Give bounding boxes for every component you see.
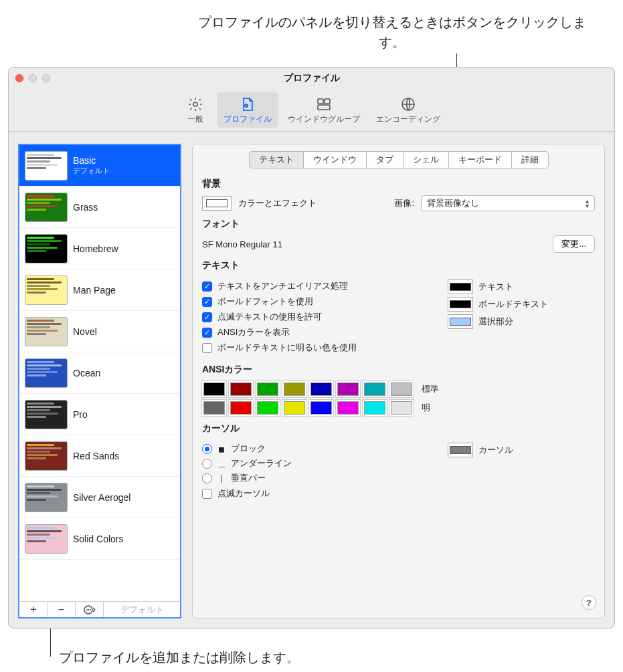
ansi-color-well[interactable] [229,400,253,416]
tab-4[interactable]: キーボード [448,151,511,169]
profile-row[interactable]: Red Sands [19,435,180,477]
tab-3[interactable]: シェル [403,151,448,169]
toolbar-item-profile[interactable]: プロファイル [217,92,278,128]
set-default-button[interactable]: デフォルト [104,602,180,617]
profile-row[interactable]: Grass [19,187,180,228]
section-font-title: フォント [202,218,595,230]
more-icon [84,604,96,616]
toolbar-item-label: プロファイル [224,114,272,125]
toolbar: 一般プロファイルウインドウグループエンコーディング [9,89,614,132]
bold-color-well[interactable] [448,297,473,312]
ansi-color-well[interactable] [202,400,226,416]
section-cursor-title: カーソル [202,423,595,435]
text-check-row: ✓点滅テキストの使用を許可 [202,311,428,323]
help-button[interactable]: ? [582,595,596,610]
tab-5[interactable]: 詳細 [511,151,549,169]
profile-list[interactable]: BasicデフォルトGrassHomebrewMan PageNovelOcea… [18,144,181,601]
profile-row[interactable]: Homebrew [19,228,180,269]
profile-subtitle: デフォルト [73,166,110,176]
ansi-color-well[interactable] [282,381,306,397]
background-image-popup[interactable]: 背景画像なし ▴▾ [421,195,595,211]
radio[interactable] [202,473,212,483]
text-color-well[interactable] [448,279,473,294]
radio-label: 垂直バー [231,472,266,484]
checkbox[interactable]: ✓ [202,282,212,292]
profile-row[interactable]: Man Page [19,269,180,311]
ansi-color-well[interactable] [282,400,306,416]
radio[interactable] [202,459,212,469]
profile-thumbnail [25,400,68,429]
profile-name: Solid Colors [73,534,123,544]
ansi-color-well[interactable] [336,400,360,416]
ansi-color-well[interactable] [309,381,333,397]
checkbox[interactable]: ✓ [202,297,212,307]
cursor-glyph: ｜ [217,472,226,484]
ansi-color-well[interactable] [229,381,253,397]
profile-row[interactable]: Novel [19,311,180,352]
cursor-blink-row: 点滅カーソル [202,487,428,499]
profile-row[interactable]: Solid Colors [19,518,180,560]
ansi-color-well[interactable] [256,400,280,416]
text-check-row: ボールドテキストに明るい色を使用 [202,342,428,354]
checkbox-label: 点滅カーソル [217,487,270,499]
add-profile-button[interactable]: ＋ [19,602,48,617]
toolbar-item-gear[interactable]: 一般 [177,92,214,128]
background-color-well[interactable] [202,196,232,211]
checkbox-label: ボールドフォントを使用 [217,296,313,308]
cursor-radio-row: ＿アンダーライン [202,457,428,469]
text-color-label: テキスト [478,281,513,293]
checkbox-label: ANSIカラーを表示 [217,326,290,338]
cursor-color-well[interactable] [448,443,473,457]
profile-row[interactable]: Basicデフォルト [19,145,180,187]
svg-point-8 [88,609,89,610]
tab-2[interactable]: タブ [366,151,403,169]
tab-0[interactable]: テキスト [249,151,303,169]
checkbox-label: 点滅テキストの使用を許可 [217,311,322,323]
toolbar-item-wingroup[interactable]: ウインドウグループ [281,92,367,128]
section-background-title: 背景 [202,178,595,190]
radio-label: アンダーライン [231,457,292,469]
ansi-row-label: 明 [422,402,430,414]
ansi-color-well[interactable] [309,400,333,416]
profile-row[interactable]: Pro [19,394,180,435]
font-value: SF Mono Regular 11 [202,239,282,249]
window-title: プロファイル [9,72,614,84]
selection-color-label: 選択部分 [478,316,513,328]
svg-point-9 [90,609,91,610]
selection-color-well[interactable] [448,314,473,329]
checkbox[interactable] [202,489,212,499]
background-color-swatch [206,199,228,207]
cursor-radio-row: ■ブロック [202,443,428,455]
callout-top-text: プロファイルのパネルを切り替えるときはボタンをクリックします。 [187,12,596,52]
ansi-color-well[interactable] [336,381,360,397]
font-change-button[interactable]: 変更... [553,235,595,253]
ansi-color-well[interactable] [389,400,414,416]
checkbox[interactable]: ✓ [202,312,212,322]
svg-rect-3 [325,99,330,104]
profile-name: Basic [73,155,110,166]
ansi-color-well[interactable] [202,381,226,397]
callout-bottom-text: プロファイルを追加または削除します。 [59,649,300,667]
tab-1[interactable]: ウインドウ [303,151,366,169]
svg-rect-2 [318,99,323,104]
remove-profile-button[interactable]: − [48,602,76,617]
preferences-window: プロファイル 一般プロファイルウインドウグループエンコーディング Basicデフ… [8,67,615,629]
radio[interactable] [202,444,212,454]
profile-thumbnail [25,524,68,554]
text-check-row: ✓ボールドフォントを使用 [202,296,428,308]
toolbar-item-encoding[interactable]: エンコーディング [369,92,447,128]
profile-row[interactable]: Ocean [19,352,180,394]
toolbar-item-label: エンコーディング [376,114,440,125]
ansi-color-well[interactable] [389,381,414,397]
checkbox[interactable]: ✓ [202,328,212,338]
svg-point-7 [86,609,88,610]
checkbox[interactable] [202,343,212,353]
ansi-color-well[interactable] [363,381,387,397]
more-actions-button[interactable] [76,602,104,617]
profile-name: Novel [73,326,97,337]
profile-row[interactable]: Silver Aerogel [19,477,180,518]
svg-point-1 [245,104,247,106]
section-text-title: テキスト [202,259,595,271]
ansi-color-well[interactable] [363,400,387,416]
ansi-color-well[interactable] [256,381,280,397]
